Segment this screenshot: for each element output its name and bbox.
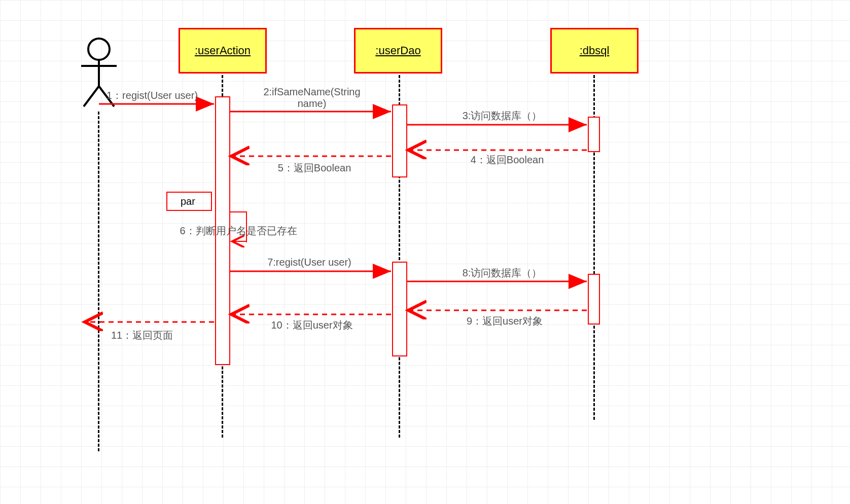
msg-2: 2:ifSameName(String name) — [254, 86, 370, 110]
msg-1: 1：regist(User user) — [107, 89, 198, 102]
msg-11: 11：返回页面 — [99, 329, 185, 342]
msg-6: 6：判断用户名是否已存在 — [167, 224, 309, 238]
msg-8: 8:访问数据库（） — [441, 266, 563, 280]
msg-4: 4：返回Boolean — [451, 153, 563, 167]
msg-5: 5：返回Boolean — [259, 161, 370, 175]
diagram-viewport: :userAction :userDao :dbsql par — [0, 0, 850, 504]
msg-3: 3:访问数据库（） — [441, 109, 563, 123]
msg-10: 10：返回user对象 — [254, 318, 370, 332]
arrows-layer — [0, 0, 850, 504]
msg-7: 7:regist(User user) — [251, 257, 368, 268]
msg-9: 9：返回user对象 — [446, 314, 563, 328]
